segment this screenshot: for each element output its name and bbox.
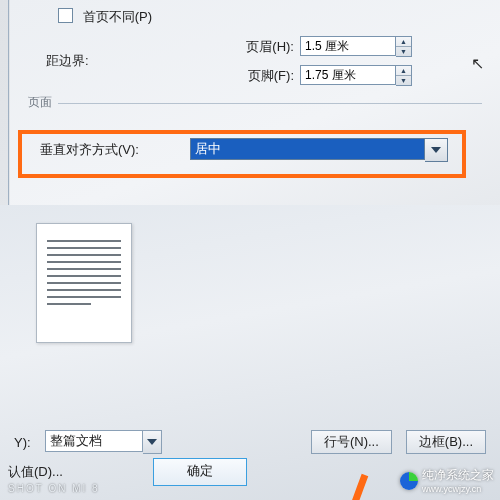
chevron-down-icon[interactable]: ▼ xyxy=(396,75,411,85)
watermark-name: 纯净系统之家 xyxy=(422,468,494,482)
mouse-cursor-icon: ↖ xyxy=(471,54,484,73)
chevron-up-icon[interactable]: ▲ xyxy=(396,37,411,46)
default-button-label[interactable]: 认值(D)... xyxy=(8,463,63,481)
footer-spinner[interactable]: ▲▼ xyxy=(300,65,412,86)
first-page-different-checkbox[interactable] xyxy=(58,8,73,23)
chevron-up-icon[interactable]: ▲ xyxy=(396,66,411,75)
vertical-alignment-combo[interactable]: 居中 xyxy=(190,138,448,162)
line-numbers-button[interactable]: 行号(N)... xyxy=(311,430,392,454)
shot-on-label: SHOT ON MI 8 xyxy=(8,483,100,494)
footer-spinner-arrows[interactable]: ▲▼ xyxy=(396,65,412,86)
apply-to-label: Y): xyxy=(14,435,31,450)
footer-label: 页脚(F): xyxy=(226,67,294,85)
watermark-logo-icon xyxy=(400,472,418,490)
apply-to-value[interactable]: 整篇文档 xyxy=(45,430,143,452)
first-page-different-row: 首页不同(P) xyxy=(58,8,482,26)
chevron-down-icon[interactable]: ▼ xyxy=(396,46,411,56)
watermark-url: www.ycwjzy.cn xyxy=(422,484,494,494)
watermark: 纯净系统之家 www.ycwjzy.cn xyxy=(400,467,494,494)
arrow-annotation xyxy=(295,465,415,500)
apply-to-combo[interactable]: 整篇文档 xyxy=(45,430,162,454)
header-spinner[interactable]: ▲▼ xyxy=(300,36,412,57)
chevron-down-icon xyxy=(431,147,441,153)
header-value-input[interactable] xyxy=(300,36,396,56)
chevron-down-icon xyxy=(147,439,157,445)
ok-button[interactable]: 确定 xyxy=(153,458,247,486)
vertical-alignment-label: 垂直对齐方式(V): xyxy=(40,141,190,159)
footer-value-input[interactable] xyxy=(300,65,396,85)
first-page-different-label: 首页不同(P) xyxy=(83,9,152,24)
header-spinner-arrows[interactable]: ▲▼ xyxy=(396,36,412,57)
vertical-alignment-value[interactable]: 居中 xyxy=(190,138,425,160)
page-setup-bottom-panel: Y): 整篇文档 行号(N)... 边框(B)... 认值(D)... 确定 xyxy=(0,205,500,500)
page-preview xyxy=(36,223,132,343)
from-edge-label: 距边界: xyxy=(28,52,226,70)
page-section-header: 页面 xyxy=(28,94,482,111)
header-label: 页眉(H): xyxy=(226,38,294,56)
borders-button[interactable]: 边框(B)... xyxy=(406,430,486,454)
vertical-alignment-dropdown-button[interactable] xyxy=(425,138,448,162)
apply-to-dropdown-button[interactable] xyxy=(143,430,162,454)
